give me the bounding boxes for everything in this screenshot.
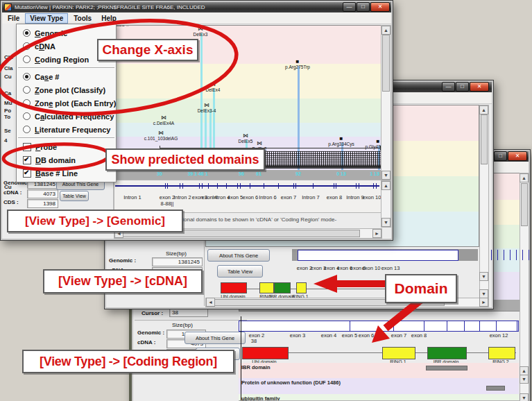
axis-tick: 39 1 46 1: [187, 171, 207, 176]
table-view-button[interactable]: Table View: [217, 265, 263, 278]
annotation-view-coding: [View Type] -> [Coding Region]: [22, 350, 234, 373]
exon-tick: [293, 183, 294, 189]
menu-item-checkbox[interactable]: Probe: [17, 140, 116, 153]
domain-box[interactable]: [242, 347, 289, 359]
menu-item-radio[interactable]: Genomic: [17, 26, 116, 40]
scroll-right-icon[interactable]: [372, 229, 381, 238]
mutation-label[interactable]: ⋈ DelEx4: [206, 82, 221, 92]
mutation-label[interactable]: ⋈ DelEx5: [239, 133, 253, 144]
predicted-domain-label: Protein of unknown function (DUF 1486): [241, 379, 341, 386]
size-label: Size(bp): [172, 322, 193, 328]
about-this-gene-button[interactable]: About This Gene: [185, 332, 246, 344]
cursor-label: Cursor :: [141, 310, 163, 316]
minimize-button[interactable]: —: [442, 82, 455, 92]
scroll-right-icon[interactable]: [479, 298, 488, 307]
domain-box[interactable]: [296, 282, 307, 293]
scrollbar-thumb[interactable]: [481, 114, 488, 164]
vertical-scrollbar[interactable]: [479, 105, 489, 299]
exon-boundary: [479, 321, 480, 331]
menu-item-checkbox[interactable]: DB domain: [17, 153, 116, 167]
predicted-domain-row: Protein of unknown function (DUF 1486): [239, 378, 519, 394]
maximize-button[interactable]: □: [494, 151, 507, 161]
exon-boundary: [516, 250, 517, 260]
vertical-scrollbar[interactable]: [520, 173, 529, 401]
domain-box[interactable]: [221, 282, 247, 293]
exon-boundary: [350, 321, 350, 331]
exon-boundary: [517, 321, 517, 331]
domain-box[interactable]: [488, 347, 515, 359]
predicted-domain-bar: [486, 386, 505, 391]
app-icon: [4, 3, 12, 11]
menu-item-checkbox[interactable]: Base # Line: [17, 167, 116, 180]
scroll-up-icon[interactable]: [520, 173, 529, 182]
mutation-marker-icon: ■: [365, 139, 382, 144]
axis-tick: 1 13: [370, 171, 379, 176]
exon-label: Intron 9: [346, 194, 363, 200]
exon-label: exon 3: [290, 332, 306, 339]
scrollbar-thumb[interactable]: [382, 35, 390, 92]
domain-box[interactable]: [274, 282, 291, 293]
scroll-down-icon[interactable]: [381, 218, 391, 227]
mutation-label[interactable]: ⋈ c.101_103delAG: [144, 130, 178, 141]
exon-label: exon 4: [321, 332, 337, 339]
cursor-line: [241, 316, 241, 400]
scroll-down-icon[interactable]: [520, 375, 529, 384]
axis-tick: 0 13: [336, 171, 346, 176]
window1-menubar: File View Type Tools Help: [2, 12, 391, 24]
mutation-label[interactable]: ■ p.Gly430Asp: [365, 139, 382, 149]
exon-label: Intron 7: [302, 194, 319, 200]
domain-box[interactable]: [259, 282, 274, 293]
mutation-marker-icon: ⋈: [239, 133, 253, 139]
exon-tick: [167, 183, 168, 189]
mutation-label[interactable]: ■ p.Arg334Cys: [328, 136, 354, 146]
menu-item-radio[interactable]: Zone plot (Each Entry): [17, 96, 116, 110]
table-view-button[interactable]: Table View: [60, 191, 89, 201]
about-this-gene-button[interactable]: About This Gene: [207, 249, 270, 262]
domain-box[interactable]: [427, 347, 467, 359]
menu-item-radio[interactable]: Calculated Frequency: [17, 110, 116, 123]
scrollbar-thumb[interactable]: [521, 183, 528, 226]
mutation-marker-icon: ■: [285, 59, 310, 65]
mutation-label[interactable]: ⋈ c.DelEx4A: [153, 115, 174, 126]
scroll-up-icon[interactable]: [381, 26, 391, 35]
minimize-button[interactable]: —: [343, 2, 356, 12]
clipped-field-label: Po: [4, 108, 11, 114]
gene-line: [115, 185, 379, 187]
menubar-item[interactable]: File: [3, 14, 24, 23]
domain-box[interactable]: [382, 347, 415, 359]
menubar-item[interactable]: View Type: [25, 13, 68, 24]
exon-sub-label: 38: [251, 338, 257, 344]
exon-tick: [165, 183, 166, 189]
vertical-scrollbar-small[interactable]: [381, 180, 391, 228]
clipped-field-label: Ca: [4, 90, 11, 96]
radio-icon: [23, 29, 31, 37]
maximize-button[interactable]: □: [357, 2, 370, 12]
radio-icon: [23, 86, 31, 94]
exon-label: exon 7: [391, 332, 407, 339]
mutation-marker-icon: ⋈: [153, 115, 174, 121]
window1-titlebar[interactable]: MutationView | PARKIN: PARK2; ;PRKN$FRAG…: [2, 2, 391, 12]
exon-label: exon 5: [228, 194, 243, 200]
vertical-scrollbar[interactable]: [381, 25, 391, 180]
mutation-label[interactable]: ■ p.Arg275Trp: [285, 59, 310, 69]
menubar-item[interactable]: Tools: [69, 14, 96, 23]
menu-item-radio[interactable]: Case #: [17, 70, 116, 83]
maximize-button[interactable]: □: [456, 82, 469, 92]
scroll-down-icon[interactable]: [479, 272, 488, 281]
divider: [135, 320, 247, 321]
scroll-up-icon[interactable]: [381, 181, 391, 190]
mutation-label[interactable]: ⋈ DelEx3: [194, 26, 208, 37]
mutation-label[interactable]: ⋈ DelEx3-4: [198, 103, 216, 113]
close-icon[interactable]: ✕: [508, 151, 527, 161]
scroll-down-icon[interactable]: [381, 171, 391, 180]
exon-label: Intron 6: [259, 194, 276, 200]
close-icon[interactable]: ✕: [370, 2, 390, 12]
close-icon[interactable]: ✕: [470, 82, 489, 92]
scroll-up-icon[interactable]: [479, 105, 488, 114]
menu-item-radio[interactable]: Zone plot (Classify): [17, 83, 116, 96]
menu-item-radio[interactable]: Literature Frequency: [17, 123, 116, 136]
exon-boundary: [424, 321, 424, 331]
mutation-marker-icon: ⋈: [206, 82, 221, 87]
menubar-item[interactable]: Help: [97, 14, 121, 23]
scroll-down-icon[interactable]: [520, 393, 529, 401]
